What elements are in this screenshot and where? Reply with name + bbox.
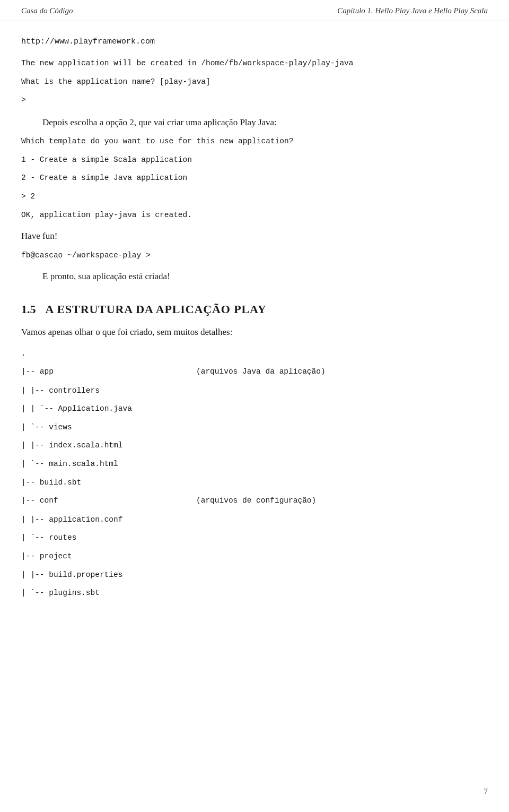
what-name-line: What is the application name? [play-java…	[21, 75, 488, 89]
e-pronto: E pronto, sua aplicação está criada!	[42, 269, 488, 283]
tree-views: | `-- views	[21, 421, 488, 434]
section-title: A ESTRUTURA DA APLICAÇÃO PLAY	[46, 303, 267, 316]
tree-application-conf: | |-- application.conf	[21, 513, 488, 526]
fb-prompt: fb@cascao ~/workspace-play >	[21, 249, 488, 262]
section-number: 1.5	[21, 303, 36, 316]
url-line: http://www.playframework.com	[21, 37, 488, 46]
tree-plugins-sbt: | `-- plugins.sbt	[21, 586, 488, 600]
tree-controllers: | |-- controllers	[21, 384, 488, 398]
which-template: Which template do you want to use for th…	[21, 135, 488, 148]
tree-conf-path: |-- conf	[21, 494, 180, 507]
have-fun: Have fun!	[21, 229, 488, 243]
tree-routes: | `-- routes	[21, 531, 488, 545]
tree-dot: .	[21, 347, 488, 360]
tree-build-sbt: |-- build.sbt	[21, 476, 488, 489]
tree-row-conf: |-- conf (arquivos de configuração)	[21, 494, 488, 507]
option2-line: 2 - Create a simple Java application	[21, 171, 488, 185]
tree-index: | |-- index.scala.html	[21, 439, 488, 452]
tree-conf-comment: (arquivos de configuração)	[196, 494, 488, 507]
tree-application-java: | | `-- Application.java	[21, 402, 488, 416]
tree-app-comment: (arquivos Java da aplicação)	[196, 365, 488, 378]
tree-build-properties: | |-- build.properties	[21, 568, 488, 582]
file-tree: . |-- app (arquivos Java da aplicação) |…	[21, 347, 488, 600]
depois-text: Depois escolha a opção 2, que vai criar …	[42, 115, 488, 129]
new-app-message: The new application will be created in /…	[21, 57, 488, 70]
page-number: 7	[484, 787, 488, 796]
ok-message: OK, application play-java is created.	[21, 209, 488, 222]
vamos-text: Vamos apenas olhar o que foi criado, sem…	[21, 325, 488, 339]
tree-app-path: |-- app	[21, 365, 180, 378]
tree-main: | `-- main.scala.html	[21, 457, 488, 471]
tree-row-app: |-- app (arquivos Java da aplicação)	[21, 365, 488, 378]
option1-line: 1 - Create a simple Scala application	[21, 153, 488, 167]
page-content: http://www.playframework.com The new app…	[0, 21, 509, 637]
page-header: Casa do Código Capítulo 1. Hello Play Ja…	[0, 0, 509, 21]
section-heading: 1.5 A ESTRUTURA DA APLICAÇÃO PLAY	[21, 303, 488, 316]
prompt2-line: > 2	[21, 190, 488, 203]
header-right: Capítulo 1. Hello Play Java e Hello Play…	[337, 6, 488, 15]
prompt1: >	[21, 93, 488, 107]
header-left: Casa do Código	[21, 6, 73, 15]
tree-project: |-- project	[21, 550, 488, 563]
